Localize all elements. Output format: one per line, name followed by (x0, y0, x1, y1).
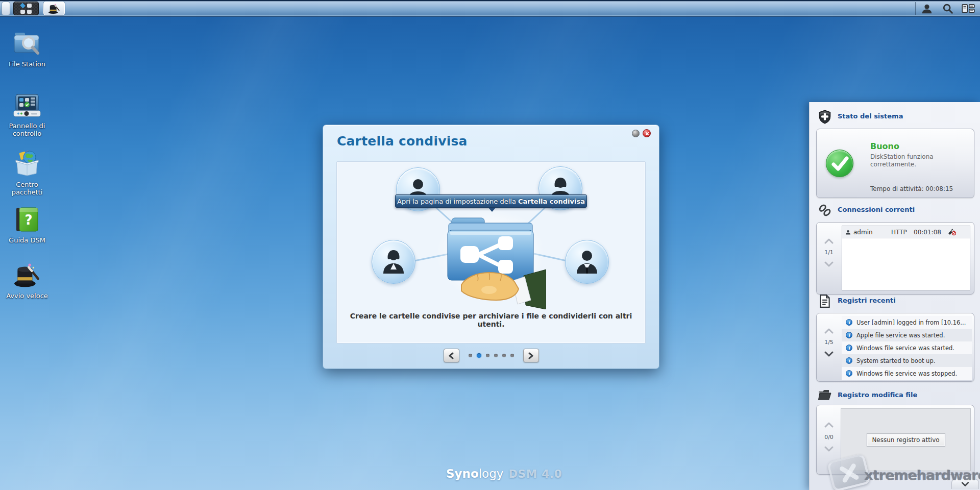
chevron-left-icon (448, 352, 454, 359)
widget-title: Stato del sistema (838, 112, 903, 120)
page-up-icon[interactable] (824, 328, 834, 334)
system-status-header: Stato del sistema (810, 110, 980, 125)
log-row[interactable]: iWindows file service was started. (842, 341, 972, 354)
disconnect-icon[interactable] (947, 228, 956, 236)
widget-panel: Stato del sistema Buono DiskStation funz… (809, 102, 980, 490)
pager-count: 1/1 (817, 249, 841, 256)
log-text: Apple file service was started. (856, 332, 945, 339)
dialog-title: Cartella condivisa (337, 134, 468, 149)
connection-protocol: HTTP (891, 229, 914, 236)
desktop: File Station Pannello di controllo (0, 0, 980, 490)
user-icon (921, 3, 933, 14)
connections-pager: 1/1 (817, 223, 841, 294)
next-slide-button[interactable] (523, 349, 539, 362)
pager-count: 0/0 (817, 434, 841, 440)
user-bubble-male-suit (565, 240, 609, 284)
pagination-dot[interactable] (486, 354, 489, 357)
info-icon: i (846, 370, 852, 377)
info-icon: i (846, 319, 852, 326)
connection-user: admin (853, 229, 891, 236)
widget-title: Registri recenti (838, 297, 896, 304)
control-panel-icon (13, 93, 41, 118)
user-icon (845, 229, 851, 235)
pager-count: 1/5 (817, 339, 841, 346)
file-change-log-header: Registro modifica file (810, 388, 980, 404)
desktop-icon-file-station[interactable]: File Station (0, 30, 54, 68)
dsm-watermark: SynologyDSM 4.0 (446, 467, 562, 480)
close-icon[interactable] (643, 129, 651, 137)
taskbar-separator (915, 2, 916, 15)
log-row[interactable]: iWindows file service was stopped. (842, 367, 972, 380)
connections-list: admin HTTP 00:01:08 (842, 226, 970, 290)
tutorial-tooltip[interactable]: Apri la pagina di impostazione della Car… (395, 194, 587, 208)
pagination-dot[interactable] (510, 354, 514, 357)
user-bubble-female-dress (372, 240, 415, 284)
tutorial-caption: Creare le cartelle condivise per archivi… (337, 312, 645, 328)
pagination-dot[interactable] (469, 354, 472, 357)
user-menu-button[interactable] (920, 3, 934, 15)
log-row[interactable]: iApple file service was started. (842, 329, 972, 341)
open-folder-icon (818, 388, 832, 402)
pilot-view-icon (962, 4, 975, 14)
desktop-icon-label: Avvio veloce (0, 292, 54, 300)
page-up-icon[interactable] (824, 238, 834, 244)
magic-hat-icon (13, 262, 41, 288)
desktop-icon-control-panel[interactable]: Pannello di controllo (0, 93, 54, 137)
page-down-icon[interactable] (824, 446, 834, 452)
minimize-button[interactable] (632, 130, 640, 137)
pagination-dot[interactable] (494, 354, 498, 357)
svg-text:?: ? (24, 212, 32, 228)
dsm-version: DSM 4.0 (508, 468, 562, 480)
desktop-icon-label: Guida DSM (0, 236, 54, 244)
pagination-dot[interactable] (502, 354, 506, 357)
taskbar (0, 0, 980, 17)
connection-row[interactable]: admin HTTP 00:01:08 (842, 226, 970, 238)
page-up-icon[interactable] (824, 422, 834, 428)
widget-title: Registro modifica file (838, 391, 917, 399)
uptime-label: Tempo di attività: 00:08:15 (870, 185, 953, 192)
no-active-log-button[interactable]: Nessun registro attivo (867, 433, 945, 447)
desktop-icon-dsm-help[interactable]: ? Guida DSM (0, 207, 54, 244)
log-text: Windows file service was stopped. (856, 370, 957, 377)
quick-start-taskbar-button[interactable] (43, 2, 65, 15)
desktop-icon-quick-start[interactable]: Avvio veloce (0, 262, 54, 300)
tutorial-pagination (323, 349, 659, 362)
xtremehardware-watermark: xtremehardware.com (865, 468, 980, 483)
status-description: DiskStation funziona correttamente. (870, 153, 962, 168)
desktop-icon-label: Centro pacchetti (0, 181, 54, 196)
search-button[interactable] (941, 3, 954, 15)
chevron-right-icon (528, 352, 534, 359)
brand-bold: Syno (446, 467, 479, 480)
desktop-icon-package-center[interactable]: Centro pacchetti (0, 150, 54, 196)
previous-slide-button[interactable] (444, 349, 459, 362)
log-document-icon (818, 294, 832, 308)
status-ok-icon (826, 150, 853, 177)
status-value: Buono (870, 141, 899, 151)
pagination-dot-active[interactable] (477, 353, 481, 358)
tooltip-text: Apri la pagina di impostazione della (397, 198, 516, 205)
tooltip-text-bold: Cartella condivisa (518, 198, 585, 205)
main-menu-button[interactable] (13, 2, 39, 15)
tooltip-pointer (488, 208, 496, 212)
shield-cross-icon (818, 110, 832, 124)
hand-illustration (458, 266, 546, 309)
show-desktop-button[interactable] (2, 2, 10, 15)
log-row[interactable]: iSystem started to boot up. (842, 354, 972, 367)
page-down-icon[interactable] (824, 351, 834, 357)
info-icon: i (846, 345, 852, 351)
main-menu-icon (20, 4, 32, 14)
logs-pager: 1/5 (817, 313, 841, 381)
logs-list: iUser [admin] logged in from [10.16... i… (842, 316, 972, 379)
system-status-card: Buono DiskStation funziona correttamente… (816, 129, 974, 198)
log-text: Windows file service was started. (856, 345, 954, 352)
widget-title: Connessioni correnti (838, 206, 915, 213)
recent-logs-card: 1/5 iUser [admin] logged in from [10.16.… (816, 313, 974, 382)
file-station-icon (13, 30, 41, 56)
brand-rest: logy (479, 467, 504, 480)
log-text: User [admin] logged in from [10.16... (856, 319, 966, 326)
chain-link-icon (818, 203, 832, 217)
pilot-view-button[interactable] (962, 3, 975, 15)
page-down-icon[interactable] (824, 261, 834, 267)
desktop-icon-label: File Station (0, 60, 54, 68)
log-row[interactable]: iUser [admin] logged in from [10.16... (842, 316, 972, 329)
